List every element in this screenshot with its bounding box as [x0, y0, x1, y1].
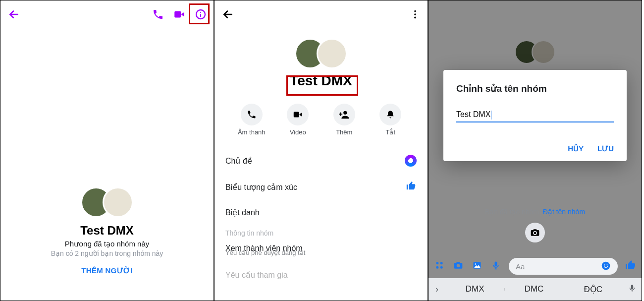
- action-label: Âm thanh: [238, 128, 266, 136]
- bell-icon: [385, 110, 395, 120]
- system-message: Bạn đã tạo nhóm. Đặt tên nhóm: [429, 208, 642, 216]
- rename-group-dialog: Chỉnh sửa tên nhóm Test DMX HỦY LƯU: [443, 70, 627, 161]
- save-button[interactable]: LƯU: [597, 144, 614, 153]
- action-audio[interactable]: Âm thanh: [232, 104, 271, 136]
- input-value: Test DMX: [456, 110, 490, 119]
- panel-group-settings: Test DMX Âm thanh Video Thêm Tắt: [214, 0, 428, 301]
- svg-point-10: [440, 262, 443, 264]
- text-caret: [491, 111, 491, 120]
- section-header: Thông tin nhóm: [215, 224, 428, 237]
- group-name-input[interactable]: Test DMX: [456, 108, 614, 122]
- svg-point-11: [436, 266, 438, 268]
- svg-rect-19: [631, 285, 634, 289]
- svg-point-6: [414, 17, 416, 19]
- settings-list: Chủ đề Biểu tượng cảm xúc Biệt danh Thôn…: [215, 148, 428, 287]
- dialog-title: Chỉnh sửa tên nhóm: [456, 83, 614, 94]
- svg-rect-0: [174, 11, 181, 18]
- camera-icon[interactable]: [452, 260, 464, 273]
- emoji-icon[interactable]: [601, 261, 611, 272]
- svg-point-9: [436, 262, 438, 264]
- group-name: Test DMX: [15, 224, 199, 238]
- svg-rect-15: [495, 261, 497, 266]
- video-icon[interactable]: [173, 8, 186, 21]
- settings-header: [215, 0, 428, 28]
- keyboard-mic-icon[interactable]: [623, 284, 642, 295]
- chat-empty-state: Test DMX Phương đã tạo nhóm này Bạn có 2…: [0, 187, 214, 275]
- chat-header: [0, 0, 214, 28]
- created-by-text: Phương đã tạo nhóm này: [15, 240, 199, 248]
- suggestion[interactable]: DMC: [504, 284, 563, 295]
- group-name[interactable]: Test DMX: [290, 73, 352, 89]
- svg-point-12: [440, 266, 443, 268]
- back-icon[interactable]: [221, 8, 234, 21]
- panel-rename-dialog: Bạn đã tạo nhóm. Đặt tên nhóm Aa › DMX D…: [428, 0, 642, 301]
- svg-point-17: [604, 264, 605, 265]
- message-input-bar: Aa: [429, 254, 642, 278]
- keyboard-suggestion-bar: › DMX DMC ĐỘC: [429, 278, 642, 301]
- action-add[interactable]: Thêm: [324, 104, 364, 136]
- row-members-note: Yêu cầu phê duyệt đang tắt: [215, 249, 428, 263]
- svg-point-4: [414, 10, 416, 12]
- group-avatars: [15, 187, 199, 218]
- svg-rect-3: [200, 14, 201, 17]
- gallery-icon[interactable]: [471, 260, 483, 273]
- add-people-button[interactable]: THÊM NGƯỜI: [15, 266, 199, 275]
- phone-icon[interactable]: [152, 8, 164, 20]
- cancel-button[interactable]: HỦY: [568, 144, 584, 153]
- group-header-block: Test DMX: [215, 28, 428, 89]
- suggestion[interactable]: DMX: [445, 284, 504, 295]
- svg-rect-7: [294, 112, 299, 118]
- thumbs-up-icon[interactable]: [625, 259, 637, 274]
- action-label: Video: [290, 128, 306, 136]
- row-label: Biểu tượng cảm xúc: [225, 182, 297, 192]
- row-requests[interactable]: Yêu cầu tham gia: [215, 263, 428, 287]
- chevron-icon[interactable]: ›: [429, 284, 445, 295]
- svg-point-2: [200, 12, 201, 13]
- svg-point-18: [606, 264, 607, 265]
- row-emoji[interactable]: Biểu tượng cảm xúc: [215, 174, 428, 201]
- row-label: Yêu cầu tham gia: [225, 270, 288, 280]
- more-icon[interactable]: [410, 9, 421, 20]
- avatar: [103, 187, 133, 218]
- message-input[interactable]: Aa: [509, 258, 618, 275]
- action-label: Tắt: [385, 128, 395, 136]
- panel-chat-empty: Test DMX Phương đã tạo nhóm này Bạn có 2…: [0, 0, 214, 301]
- info-icon[interactable]: [195, 8, 207, 20]
- suggestion[interactable]: ĐỘC: [564, 284, 623, 295]
- mic-icon[interactable]: [490, 260, 502, 273]
- action-label: Thêm: [336, 128, 352, 136]
- svg-point-5: [414, 13, 416, 15]
- video-icon: [292, 109, 303, 120]
- group-avatars: [215, 38, 428, 69]
- system-text: Bạn đã tạo nhóm.: [485, 208, 543, 216]
- set-name-link[interactable]: Đặt tên nhóm: [543, 208, 585, 216]
- apps-icon[interactable]: [433, 260, 445, 273]
- action-video[interactable]: Video: [278, 104, 318, 136]
- svg-point-8: [343, 111, 347, 115]
- input-placeholder: Aa: [516, 262, 525, 271]
- friends-note: Bạn có 2 người bạn trong nhóm này: [15, 249, 199, 257]
- row-theme[interactable]: Chủ đề: [215, 148, 428, 174]
- camera-button[interactable]: [525, 223, 545, 242]
- phone-icon: [247, 110, 257, 120]
- avatar: [317, 38, 347, 69]
- row-nickname[interactable]: Biệt danh: [215, 201, 428, 224]
- theme-color-icon: [405, 155, 417, 167]
- row-label: Biệt danh: [225, 208, 260, 217]
- quick-actions: Âm thanh Video Thêm Tắt: [228, 104, 414, 136]
- thumbs-up-icon: [406, 181, 417, 194]
- row-label: Chủ đề: [225, 156, 252, 166]
- svg-point-16: [602, 261, 610, 270]
- action-mute[interactable]: Tắt: [371, 104, 410, 136]
- back-icon[interactable]: [7, 8, 20, 21]
- svg-point-14: [475, 263, 476, 265]
- add-person-icon: [339, 109, 350, 120]
